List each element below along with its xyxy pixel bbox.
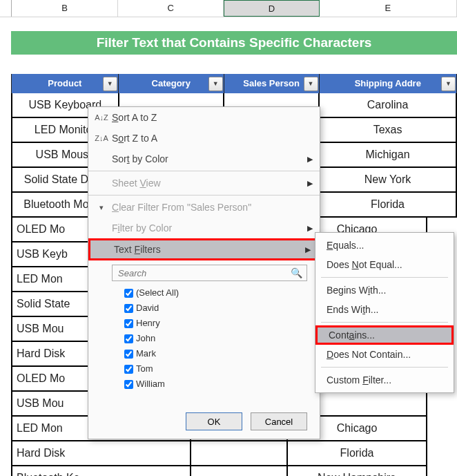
col-header-d[interactable]: D (224, 0, 320, 17)
chevron-right-icon: ▶ (307, 155, 320, 164)
cancel-button[interactable]: Cancel (251, 412, 307, 430)
autofilter-menu: A↓Z Sort A to Z Z↓A Sort Z to A Sort by … (88, 106, 320, 439)
cell-sales[interactable] (191, 466, 288, 476)
title-banner: Filter Text that Contains Specific Chara… (11, 31, 457, 55)
sort-az[interactable]: A↓Z Sort A to Z (88, 107, 320, 128)
cell-product[interactable]: LED Mon (11, 417, 84, 441)
cell-category[interactable] (84, 441, 191, 466)
filter-search-input[interactable]: 🔍 (112, 265, 307, 281)
header-product[interactable]: Product ▼ (11, 74, 119, 93)
filter-check-item[interactable]: Mark (121, 346, 307, 361)
filter-dropdown-ship[interactable]: ▼ (441, 77, 456, 91)
filter-check-item[interactable]: Tom (121, 361, 307, 377)
checkbox[interactable] (124, 304, 133, 313)
filter-begins-with[interactable]: Begins With... (315, 280, 454, 300)
cell-category[interactable] (84, 466, 191, 476)
cell-ship[interactable]: Florida (320, 193, 457, 218)
col-header-b[interactable]: B (12, 0, 119, 17)
cell-ship[interactable]: Texas (320, 118, 457, 143)
header-product-label: Product (48, 78, 81, 88)
filter-check-item[interactable]: David (121, 301, 307, 316)
cell-product[interactable]: Solid State (11, 292, 84, 317)
cell-sales[interactable] (191, 441, 288, 466)
filter-dropdown-product[interactable]: ▼ (103, 77, 117, 91)
cell-product[interactable]: LED Mon (11, 267, 84, 292)
cell-product[interactable]: USB Mou (11, 317, 84, 342)
sort-az-icon: A↓Z (91, 113, 112, 122)
search-icon: 🔍 (291, 267, 302, 278)
cell-product[interactable]: USB Mou (11, 392, 84, 417)
text-filters[interactable]: Text Filters ▶ (88, 238, 320, 260)
sheet-view: Sheet View ▶ (88, 173, 320, 193)
cell-ship[interactable]: Michigan (320, 143, 457, 168)
checkbox[interactable] (124, 365, 133, 374)
sort-za-icon: Z↓A (91, 134, 112, 142)
row-gutter (0, 0, 12, 17)
cell-product[interactable]: USB Keyb (11, 242, 84, 267)
col-header-c[interactable]: C (118, 0, 224, 17)
filter-equals[interactable]: Equals... (315, 236, 454, 255)
header-sales[interactable]: Sales Person ▼ (224, 74, 320, 93)
filter-dropdown-category[interactable]: ▼ (208, 77, 223, 91)
filter-not-equal[interactable]: Does Not Equal... (315, 255, 454, 274)
header-ship[interactable]: Shipping Addre ▼ (320, 74, 457, 93)
sort-by-color[interactable]: Sort by Color ▶ (88, 149, 320, 169)
search-field[interactable] (117, 267, 291, 279)
ok-button[interactable]: OK (186, 412, 242, 430)
header-ship-label: Shipping Addre (355, 78, 421, 88)
funnel-icon: ▾ (91, 203, 112, 212)
filter-contains[interactable]: Contains... (315, 325, 454, 345)
filter-check-item[interactable]: William (121, 377, 307, 392)
text-filters-submenu: Equals... Does Not Equal... Begins With.… (315, 232, 454, 393)
filter-ends-with[interactable]: Ends With... (315, 300, 454, 319)
filter-custom[interactable]: Custom Filter... (315, 370, 454, 390)
header-category[interactable]: Category ▼ (119, 74, 224, 93)
cell-product[interactable]: OLED Mo (11, 218, 84, 242)
sort-za[interactable]: Z↓A Sort Z to A (88, 128, 320, 149)
filter-dropdown-sales[interactable]: ▼ (304, 77, 318, 91)
checkbox[interactable] (124, 319, 133, 328)
header-category-label: Category (152, 78, 191, 88)
clear-filter: ▾ Clear Filter From "Sales Person" (88, 197, 320, 218)
cell-ship[interactable]: Carolina (320, 93, 457, 118)
cell-product[interactable]: OLED Mo (11, 367, 84, 392)
checkbox[interactable] (124, 334, 133, 343)
cell-ship[interactable]: Florida (288, 441, 427, 466)
header-sales-label: Sales Person (243, 78, 300, 88)
cell-ship[interactable]: New York (320, 168, 457, 193)
filter-check-item[interactable]: John (121, 331, 307, 346)
cell-product[interactable]: Hard Disk (11, 342, 84, 367)
cell-product[interactable]: Hard Disk (11, 441, 84, 466)
checkbox[interactable] (124, 350, 133, 359)
filter-by-color: Filter by Color ▶ (88, 218, 320, 238)
checkbox[interactable] (124, 289, 133, 298)
col-header-e[interactable]: E (320, 0, 457, 17)
cell-ship[interactable]: New Hampshire (288, 466, 427, 476)
filter-value-list[interactable]: (Select All)DavidHenryJohnMarkTomWilliam (121, 285, 307, 392)
cell-product[interactable]: Bluetooth Ke (11, 466, 84, 476)
filter-not-contain[interactable]: Does Not Contain... (315, 345, 454, 364)
filter-check-item[interactable]: (Select All) (121, 285, 307, 301)
checkbox[interactable] (124, 380, 133, 389)
filter-check-item[interactable]: Henry (121, 316, 307, 331)
